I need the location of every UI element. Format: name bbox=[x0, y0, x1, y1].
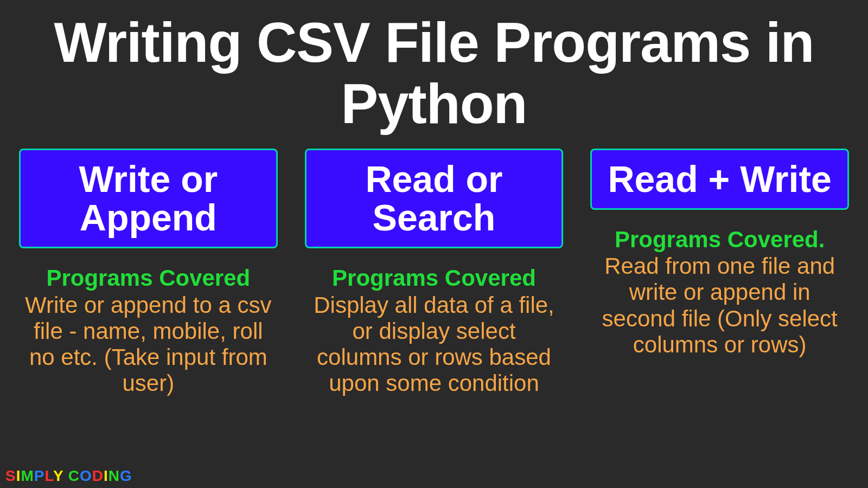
column-write-append: Write or Append Programs Covered Write o… bbox=[19, 149, 278, 397]
description: Read from one file and write or append i… bbox=[590, 253, 849, 358]
box-read-write: Read + Write bbox=[590, 149, 849, 210]
description: Write or append to a csv file - name, mo… bbox=[19, 292, 278, 397]
box-label: Read or Search bbox=[312, 160, 557, 237]
column-read-search: Read or Search Programs Covered Display … bbox=[305, 149, 564, 397]
box-label: Read + Write bbox=[597, 160, 842, 198]
description: Display all data of a file, or display s… bbox=[305, 292, 564, 397]
box-write-append: Write or Append bbox=[19, 149, 278, 249]
subhead: Programs Covered. bbox=[615, 227, 825, 252]
subhead: Programs Covered bbox=[332, 266, 536, 291]
brand-logo: SIMPLYCODING bbox=[5, 467, 132, 485]
slide-title: Writing CSV File Programs in Python bbox=[0, 0, 868, 135]
column-read-write: Read + Write Programs Covered. Read from… bbox=[590, 149, 849, 397]
subhead: Programs Covered bbox=[46, 266, 250, 291]
box-label: Write or Append bbox=[26, 160, 271, 237]
box-read-search: Read or Search bbox=[305, 149, 564, 249]
columns-container: Write or Append Programs Covered Write o… bbox=[0, 135, 868, 397]
